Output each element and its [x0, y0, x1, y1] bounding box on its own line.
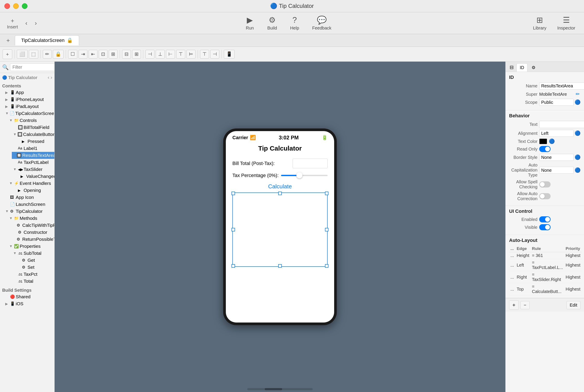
sidebar-item-constructor[interactable]: ▶ ⚙ Constructor	[12, 229, 54, 236]
dist-h-button[interactable]: ⊤	[200, 50, 209, 58]
scope-select[interactable]: Public Private Protected	[539, 99, 574, 106]
dist-v-button[interactable]: ⊣	[210, 50, 219, 58]
sidebar-item-label1[interactable]: ▶ Aa Label1	[12, 145, 54, 152]
back-button[interactable]: ‹	[23, 18, 30, 28]
text-color-swatch[interactable]	[539, 138, 547, 144]
sidebar-item-taxpct[interactable]: ▶ .01 TaxPct	[12, 271, 54, 278]
sidebar-item-subtotal[interactable]: ▼ .01 SubTotal	[12, 250, 54, 257]
search-input[interactable]	[10, 63, 54, 71]
lock-button[interactable]: 🔒	[53, 50, 63, 58]
text-input[interactable]	[539, 121, 584, 128]
sidebar-item-appicon[interactable]: ▶ 🖼 App Icon	[4, 194, 54, 201]
minimize-button[interactable]	[13, 3, 19, 9]
bill-total-input[interactable]	[293, 159, 328, 168]
sidebar-item-controls[interactable]: ▼ 📁 Controls	[8, 117, 54, 124]
sidebar-item-set[interactable]: ▶ ⚙ Set	[16, 264, 54, 271]
build-button[interactable]: ⚙ Build	[263, 14, 281, 32]
sidebar-item-calctip[interactable]: ▶ ⚙ CalcTipWithTipPct	[12, 222, 54, 229]
border-style-select[interactable]: None Single	[539, 154, 574, 161]
sidebar-prev-button[interactable]: ‹	[48, 75, 49, 80]
align-left-button[interactable]: ⊣	[145, 50, 154, 58]
sidebar-item-methods[interactable]: ▼ 📁 Methods	[8, 215, 54, 222]
feedback-button[interactable]: 💬 Feedback	[308, 14, 336, 32]
container-button[interactable]: ☐	[68, 50, 77, 58]
sidebar-next-button[interactable]: ›	[51, 75, 52, 80]
sidebar-item-app[interactable]: ▶ 📱 App	[4, 89, 54, 96]
align-center-button[interactable]: ⊥	[156, 50, 165, 58]
tab-tipcalculatorscreen[interactable]: TipCalculatorScreen 🔒	[15, 36, 79, 46]
table-row[interactable]: ... Top = CalculateButt... Highest	[509, 283, 582, 295]
visible-toggle[interactable]	[539, 224, 551, 230]
tab-id[interactable]: ID	[517, 63, 528, 72]
sidebar-item-taxpctlabel[interactable]: ▶ Aa TaxPctLabel	[12, 159, 54, 166]
align-top-button[interactable]: ⊤	[176, 50, 185, 58]
alignment-select[interactable]: Left Center Right	[539, 130, 574, 137]
align-mid-button[interactable]: ⊨	[186, 50, 195, 58]
forward-button[interactable]: ›	[32, 18, 39, 28]
auto-cap-select[interactable]: None	[539, 167, 574, 174]
add-control-button[interactable]: ＋	[2, 50, 12, 59]
sidebar-item-iphonelayout[interactable]: ▶ 📱 iPhoneLayout	[4, 96, 54, 103]
sidebar-item-pressed[interactable]: ▶ ▶ Pressed	[16, 138, 54, 145]
toolbar-right: ⊞ Library ☰ Inspector	[529, 14, 580, 32]
align-right-button[interactable]: ⊢	[166, 50, 175, 58]
draw-button[interactable]: ✏	[43, 50, 51, 58]
insert-button[interactable]: ＋ Insert	[4, 15, 20, 31]
select-button[interactable]: ⬜	[17, 50, 27, 58]
edit-button[interactable]: Edit	[567, 301, 581, 309]
center-h-button[interactable]: ⊟	[122, 50, 131, 58]
name-input[interactable]	[539, 82, 584, 90]
sidebar-item-calculatebutton[interactable]: ▼ 🔲 CalculateButton	[12, 131, 54, 138]
table-row[interactable]: ... Left = TaxPctLabel.L... Highest	[509, 259, 582, 271]
scrollbar-thumb[interactable]	[265, 388, 282, 390]
sidebar-item-tipcalculatorscreen[interactable]: ▼ 📄 TipCalculatorScreen	[4, 110, 54, 117]
priority-cell: Highest	[564, 283, 582, 295]
run-button[interactable]: ▶ Run	[241, 14, 259, 32]
multiselect-button[interactable]: ⬚	[29, 50, 38, 58]
read-only-toggle[interactable]	[539, 146, 551, 152]
inspector-button[interactable]: ☰ Inspector	[553, 14, 580, 32]
add-constraint-button[interactable]: +	[509, 300, 519, 310]
center-v-button[interactable]: ⊞	[132, 50, 141, 58]
enabled-toggle[interactable]	[539, 216, 551, 222]
sidebar-item-properties[interactable]: ▼ ✅ Properties	[8, 243, 54, 250]
remove-constraint-button[interactable]: −	[521, 301, 530, 309]
sidebar-item-eventhandlers[interactable]: ▼ ⚡ Event Handlers	[8, 180, 54, 187]
spell-check-toggle[interactable]	[539, 181, 551, 188]
sidebar-item-resultstextarea[interactable]: ▶ 🔲 ResultsTextArea	[12, 152, 54, 159]
tax-slider[interactable]	[281, 175, 328, 176]
table-row[interactable]: ... Right = TaxSlider.Right Highest	[509, 271, 582, 283]
slider-thumb[interactable]	[296, 172, 302, 178]
close-button[interactable]	[4, 3, 10, 9]
auto-correct-toggle[interactable]	[539, 193, 551, 199]
add-tab-button[interactable]: ＋	[2, 35, 14, 46]
maximize-button[interactable]	[22, 3, 27, 9]
table-row[interactable]: ... Height = 361 Highest	[509, 252, 582, 259]
sidebar-item-returnpossibletips[interactable]: ▶ ⚙ ReturnPossibleTips	[12, 236, 54, 243]
help-button[interactable]: ? Help	[286, 14, 303, 32]
tab-gear[interactable]: ⚙	[528, 63, 539, 72]
toolbar-nav: ＋ Insert ‹ ›	[4, 15, 39, 31]
sidebar-item-billtotalfield[interactable]: ▶ 🔲 BillTotalField	[12, 124, 54, 131]
phone-view-button[interactable]: 📱	[224, 50, 235, 58]
forward-button[interactable]: ⇥	[79, 50, 87, 58]
calculate-button[interactable]: Calculate	[226, 180, 334, 192]
embed-button[interactable]: ⊡	[99, 50, 107, 58]
sidebar-item-taxslider[interactable]: ▼ ◀▶ TaxSlider	[12, 166, 54, 173]
unembed-button[interactable]: ⊞	[109, 50, 117, 58]
sidebar-item-get[interactable]: ▶ ⚙ Get	[16, 257, 54, 264]
sidebar-item-ios[interactable]: ▶ 📱 iOS	[4, 300, 54, 307]
super-edit-button[interactable]: ✏	[575, 91, 581, 97]
sidebar-item-opening[interactable]: ▶ ▶ Opening	[12, 187, 54, 194]
sidebar-item-valuechanged[interactable]: ▶ ▶ ValueChanged	[16, 173, 54, 180]
results-area[interactable]	[232, 192, 328, 267]
sidebar-item-total[interactable]: ▶ .01 Total	[12, 278, 54, 285]
sidebar-item-ipudlayout[interactable]: ▶ 📱 iPadLayout	[4, 103, 54, 110]
backward-button[interactable]: ⇤	[89, 50, 97, 58]
sidebar-item-launchscreen[interactable]: ▶ 📄 LaunchScreen	[4, 201, 54, 208]
library-button[interactable]: ⊞ Library	[529, 14, 551, 32]
set-icon: ⚙	[22, 265, 27, 270]
results-textarea[interactable]	[232, 192, 328, 267]
sidebar-item-shared[interactable]: ▶ 🔴 Shared	[4, 293, 54, 300]
sidebar-item-tipcalculator[interactable]: ▼ ⚙ TipCalculator	[4, 208, 54, 215]
